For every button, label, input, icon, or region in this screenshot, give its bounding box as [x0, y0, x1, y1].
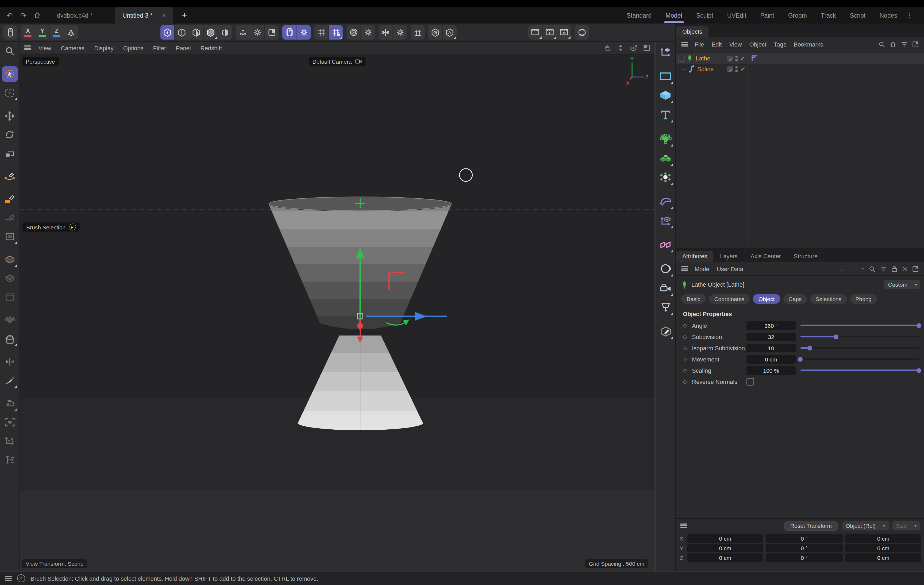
modeling-circle-icon[interactable]	[346, 25, 360, 40]
polygon-mode-button[interactable]	[203, 25, 218, 40]
auto-axis-icon[interactable]: A	[442, 25, 457, 40]
symmetry-butterfly-icon[interactable]	[379, 25, 393, 40]
viewport-menu-redshift[interactable]: Redshift	[201, 44, 222, 51]
group-tab-caps[interactable]: Caps	[783, 294, 807, 304]
layout-tab-groom[interactable]: Groom	[781, 7, 814, 23]
slider-knob[interactable]	[916, 323, 921, 328]
null-object-icon[interactable]	[657, 44, 674, 61]
new-tab-button[interactable]: +	[182, 10, 187, 20]
xpresso-tag-icon[interactable]	[657, 236, 674, 253]
layer-toggle-icon[interactable]	[728, 66, 733, 72]
size-mode-dropdown[interactable]: Size ▾	[892, 521, 920, 530]
pan-hand-icon[interactable]	[604, 44, 611, 51]
iron-tool[interactable]	[2, 396, 17, 411]
viewport-menu-cameras[interactable]: Cameras	[61, 44, 84, 51]
close-polygon-tool[interactable]	[2, 289, 17, 305]
modeling-settings-gear-icon[interactable]	[360, 25, 375, 40]
material-editor-icon[interactable]	[657, 323, 674, 339]
layout-tab-paint[interactable]: Paint	[753, 7, 781, 23]
live-selection-tool[interactable]	[2, 66, 17, 82]
movement-value-field[interactable]: 0 cm	[746, 355, 796, 363]
subdivision-value-field[interactable]: 32	[746, 332, 796, 341]
tab-layers[interactable]: Layers	[714, 251, 744, 262]
volume-builder-icon[interactable]	[657, 150, 674, 166]
text-object-icon[interactable]	[657, 106, 674, 123]
home-icon[interactable]	[890, 41, 896, 47]
coordinates-menu-icon[interactable]	[680, 523, 687, 528]
tree-row-spline[interactable]: Spline ✓	[676, 64, 924, 74]
object-name[interactable]: Spline	[697, 66, 728, 72]
layout-tab-nodes[interactable]: Nodes	[873, 7, 904, 23]
slider-knob[interactable]	[833, 334, 838, 339]
objects-menu-tags[interactable]: Tags	[774, 41, 786, 47]
enabled-check-icon[interactable]: ✓	[741, 55, 746, 62]
filter-icon[interactable]	[901, 41, 908, 47]
viewport-menu-view[interactable]: View	[38, 44, 51, 51]
rotate-tool[interactable]	[2, 127, 17, 142]
sky-object-icon[interactable]	[657, 260, 674, 277]
render-view-button[interactable]	[528, 25, 542, 40]
tree-row-lathe[interactable]: Lathe ✓	[676, 53, 924, 64]
movement-slider[interactable]	[800, 358, 919, 360]
group-tab-coordinates[interactable]: Coordinates	[709, 294, 750, 304]
grid-snap-lock-icon[interactable]	[328, 25, 343, 40]
layout-tab-standard[interactable]: Standard	[620, 7, 658, 23]
visibility-dots-icon[interactable]	[736, 55, 738, 61]
attributes-menu-user-data[interactable]: User Data	[717, 265, 743, 272]
edge-mode-button[interactable]	[189, 25, 203, 40]
x-scale-field[interactable]: 0 cm	[845, 534, 921, 543]
align-tool[interactable]	[2, 452, 17, 467]
objects-menu-edit[interactable]: Edit	[711, 41, 722, 47]
move-tool[interactable]	[2, 108, 17, 124]
document-tab-dvdbox[interactable]: dvdbox.c4d *	[48, 7, 101, 23]
status-menu-icon[interactable]	[5, 576, 12, 581]
attributes-menu-icon[interactable]	[681, 266, 688, 271]
camera-label-chip[interactable]: Default Camera	[309, 57, 365, 66]
visibility-dots-icon[interactable]	[736, 66, 738, 72]
group-tab-phong[interactable]: Phong	[850, 294, 877, 304]
layout-tab-uvedit[interactable]: UVEdit	[720, 7, 753, 23]
close-tab-icon[interactable]: ×	[162, 12, 166, 19]
coordinate-mode-dropdown[interactable]: Object (Rel) ▾	[842, 521, 888, 530]
scaling-value-field[interactable]: 100 %	[746, 366, 796, 374]
redo-icon[interactable]: ↷	[20, 11, 26, 20]
point-mode-button[interactable]	[174, 25, 189, 40]
brush-tool[interactable]	[2, 331, 17, 346]
undo-icon[interactable]: ↶	[7, 11, 13, 20]
mirror-tool[interactable]	[2, 354, 17, 369]
document-tab-untitled3[interactable]: Untitled 3 * ×	[115, 7, 173, 23]
objects-menu-bookmarks[interactable]: Bookmarks	[794, 41, 823, 47]
render-settings-button[interactable]	[557, 25, 571, 40]
snap-magnet-icon[interactable]	[282, 25, 296, 40]
render-picture-viewer-button[interactable]	[542, 25, 557, 40]
knife-tool[interactable]	[2, 373, 17, 388]
up-icon[interactable]: ↑	[861, 265, 865, 272]
z-scale-field[interactable]: 0 cm	[845, 554, 921, 562]
layout-tab-sculpt[interactable]: Sculpt	[689, 7, 720, 23]
group-tab-object[interactable]: Object	[753, 294, 780, 304]
rectangle-selection-tool[interactable]	[2, 85, 17, 101]
spline-arc-tool[interactable]	[2, 229, 17, 244]
slider-knob[interactable]	[807, 346, 812, 350]
objects-menu-object[interactable]: Object	[749, 41, 767, 47]
spline-smooth-tool[interactable]	[2, 210, 17, 226]
model-mode-button[interactable]	[160, 25, 174, 40]
cube-primitive-icon[interactable]	[657, 87, 674, 104]
axis-modification-button[interactable]	[236, 25, 250, 40]
viewport-menu-display[interactable]: Display	[94, 44, 114, 51]
layout-tab-track[interactable]: Track	[814, 7, 843, 23]
z-position-field[interactable]: 0 cm	[687, 554, 763, 562]
home-icon[interactable]	[34, 12, 41, 19]
transfer-tool[interactable]	[2, 433, 17, 449]
viewport-menu-panel[interactable]: Panel	[176, 44, 191, 51]
layout-overflow-menu-icon[interactable]: ⋮	[904, 7, 916, 23]
isoparm-subdivision-value-field[interactable]: 10	[746, 344, 796, 352]
search-icon[interactable]	[869, 265, 876, 272]
spline-pen-tool[interactable]	[2, 168, 17, 184]
isoparm-subdivision-slider[interactable]	[800, 347, 919, 349]
lock-y-axis-button[interactable]: Y	[35, 25, 49, 40]
lock-icon[interactable]	[892, 265, 898, 272]
scale-tool[interactable]	[2, 145, 17, 161]
axis-workflow-icon[interactable]	[657, 212, 674, 229]
snap-settings-gear-icon[interactable]	[296, 25, 311, 40]
